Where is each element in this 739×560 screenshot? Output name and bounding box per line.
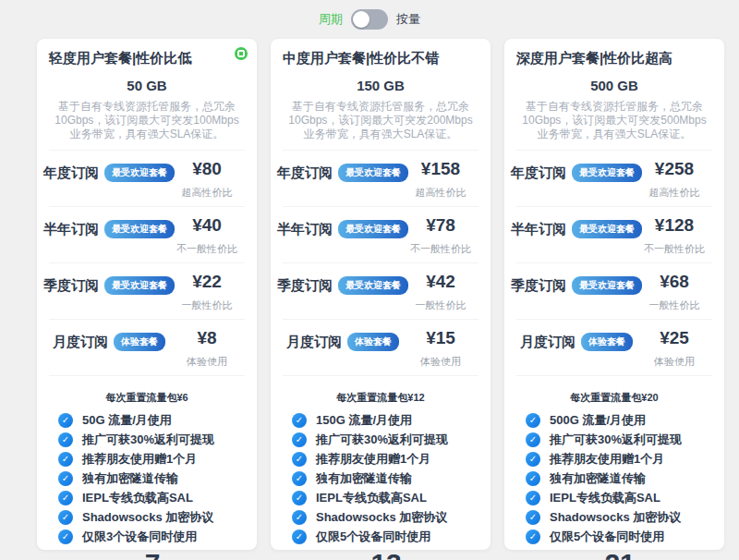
plan-right: ¥22一般性价比 [169, 272, 245, 312]
plan-badge: 最受欢迎套餐 [572, 220, 642, 238]
plan-left: 月度订阅体验套餐 [516, 328, 636, 351]
selected-indicator-icon[interactable] [235, 47, 248, 60]
plan-badge: 最受欢迎套餐 [104, 164, 175, 182]
check-icon: ✓ [526, 413, 540, 428]
feature-item: ✓150G 流量/月使用 [292, 410, 479, 430]
plan-price: ¥258 [655, 159, 694, 179]
billing-mode-toggle[interactable] [351, 9, 388, 30]
feature-item: ✓独有加密隧道传输 [58, 469, 245, 488]
feature-item: ✓推广可获30%返利可提现 [526, 430, 712, 449]
plan-row[interactable]: 月度订阅体验套餐¥8体验使用 [49, 319, 245, 375]
plan-left: 年度订阅最受欢迎套餐 [516, 159, 636, 182]
check-icon: ✓ [526, 491, 540, 505]
plan-row[interactable]: 年度订阅最受欢迎套餐¥158超高性价比 [283, 150, 479, 206]
plan-left: 季度订阅最受欢迎套餐 [283, 272, 403, 295]
feature-text: Shadowsocks 加密协议 [316, 509, 447, 526]
plan-left: 半年订阅最受欢迎套餐 [516, 215, 636, 238]
plan-row[interactable]: 半年订阅最受欢迎套餐¥78不一般性价比 [283, 206, 479, 262]
plan-left: 年度订阅最受欢迎套餐 [283, 159, 403, 182]
check-icon: ✓ [526, 530, 540, 544]
feature-text: 仅限5个设备同时使用 [550, 529, 664, 545]
feature-text: 50G 流量/月使用 [82, 412, 172, 429]
plan-left: 年度订阅最受欢迎套餐 [49, 159, 169, 182]
check-icon: ✓ [58, 471, 73, 486]
feature-text: IEPL专线负载高SAL [550, 490, 660, 506]
card-description: 基于自有专线资源托管服务，总冗余10Gbps，该订阅最大可突发200Mbps业务… [283, 100, 479, 141]
quota-label: 150 GB [283, 78, 479, 93]
plan-note: 超高性价比 [649, 186, 700, 200]
plan-note: 体验使用 [187, 355, 227, 369]
plan-row[interactable]: 月度订阅体验套餐¥15体验使用 [283, 319, 479, 375]
plan-right: ¥258超高性价比 [636, 159, 712, 200]
plan-row[interactable]: 年度订阅最受欢迎套餐¥258超高性价比 [516, 150, 712, 206]
check-icon: ✓ [58, 452, 73, 467]
plan-row[interactable]: 半年订阅最受欢迎套餐¥40不一般性价比 [49, 206, 245, 262]
plan-row[interactable]: 半年订阅最受欢迎套餐¥128不一般性价比 [516, 206, 712, 262]
feature-text: 推荐朋友使用赠1个月 [316, 451, 430, 468]
plan-note: 体验使用 [420, 355, 461, 369]
plan-badge: 体验套餐 [114, 333, 165, 351]
plan-row[interactable]: 季度订阅最受欢迎套餐¥68一般性价比 [516, 262, 712, 319]
plan-list: 年度订阅最受欢迎套餐¥80超高性价比半年订阅最受欢迎套餐¥40不一般性价比季度订… [49, 150, 245, 376]
card-description: 基于自有专线资源托管服务，总冗余10Gbps，该订阅最大可突发100Mbps业务… [49, 100, 245, 141]
plan-price: ¥22 [192, 272, 222, 292]
feature-item: ✓Shadowsocks 加密协议 [58, 507, 245, 527]
check-icon: ✓ [58, 432, 73, 447]
card-description: 基于自有专线资源托管服务，总冗余10Gbps，该订阅最大可突发500Mbps业务… [516, 100, 712, 141]
plan-label: 月度订阅 [520, 334, 575, 351]
plan-badge: 最受欢迎套餐 [572, 276, 642, 295]
feature-text: 推广可获30%返利可提现 [82, 432, 214, 448]
pricing-card-heavy: 深度用户套餐|性价比超高 500 GB 基于自有专线资源托管服务，总冗余10Gb… [504, 39, 724, 550]
card-title: 中度用户套餐|性价比不错 [283, 50, 479, 67]
check-icon: ✓ [526, 510, 540, 525]
average-amount: 13 [370, 548, 401, 560]
check-icon: ✓ [58, 413, 73, 428]
feature-item: ✓仅限5个设备同时使用 [526, 527, 712, 546]
plan-label: 月度订阅 [53, 334, 108, 351]
check-icon: ✓ [292, 413, 307, 428]
feature-item: ✓50G 流量/月使用 [58, 410, 245, 430]
plan-note: 一般性价比 [416, 298, 466, 312]
feature-text: IEPL专线负载高SAL [316, 490, 427, 506]
toggle-label-usage[interactable]: 按量 [396, 11, 420, 28]
plan-row[interactable]: 月度订阅体验套餐¥25体验使用 [516, 319, 712, 375]
feature-item: ✓推广可获30%返利可提现 [58, 430, 245, 449]
plan-left: 半年订阅最受欢迎套餐 [283, 215, 403, 238]
plan-label: 月度订阅 [286, 334, 342, 351]
feature-text: 推广可获30%返利可提现 [550, 432, 682, 448]
plan-label: 年度订阅 [511, 164, 566, 182]
plan-badge: 体验套餐 [347, 333, 399, 351]
plan-note: 一般性价比 [182, 298, 233, 312]
plan-price: ¥78 [426, 215, 455, 236]
feature-text: 500G 流量/月使用 [550, 412, 646, 429]
plan-badge: 最受欢迎套餐 [104, 220, 175, 238]
check-icon: ✓ [58, 530, 73, 544]
quota-label: 50 GB [49, 78, 245, 93]
pricing-cards: 轻度用户套餐|性价比低 50 GB 基于自有专线资源托管服务，总冗余10Gbps… [0, 39, 739, 550]
plan-row[interactable]: 季度订阅最受欢迎套餐¥22一般性价比 [49, 262, 245, 319]
plan-label: 季度订阅 [277, 277, 333, 295]
plan-badge: 最受欢迎套餐 [338, 220, 408, 238]
check-icon: ✓ [526, 432, 540, 447]
plan-label: 半年订阅 [277, 221, 333, 238]
feature-text: 仅限5个设备同时使用 [316, 529, 430, 545]
quota-label: 500 GB [516, 78, 712, 93]
feature-item: ✓推荐朋友使用赠1个月 [292, 449, 479, 469]
feature-text: 推荐朋友使用赠1个月 [550, 451, 664, 468]
plan-left: 季度订阅最受欢迎套餐 [516, 272, 636, 295]
plan-badge: 最受欢迎套餐 [338, 164, 408, 182]
plan-note: 不一般性价比 [410, 242, 471, 256]
plan-label: 半年订阅 [511, 221, 566, 238]
plan-label: 年度订阅 [277, 164, 333, 182]
feature-item: ✓推广可获30%返利可提现 [292, 430, 479, 449]
feature-text: 推荐朋友使用赠1个月 [82, 451, 197, 468]
feature-item: ✓仅限5个设备同时使用 [292, 527, 479, 546]
plan-price: ¥25 [660, 328, 689, 348]
plan-right: ¥8体验使用 [169, 328, 245, 369]
toggle-label-period[interactable]: 周期 [319, 11, 343, 28]
plan-left: 月度订阅体验套餐 [49, 328, 169, 351]
plan-note: 不一般性价比 [176, 242, 237, 256]
plan-row[interactable]: 年度订阅最受欢迎套餐¥80超高性价比 [49, 150, 245, 206]
check-icon: ✓ [58, 491, 73, 505]
plan-row[interactable]: 季度订阅最受欢迎套餐¥42一般性价比 [283, 262, 479, 319]
